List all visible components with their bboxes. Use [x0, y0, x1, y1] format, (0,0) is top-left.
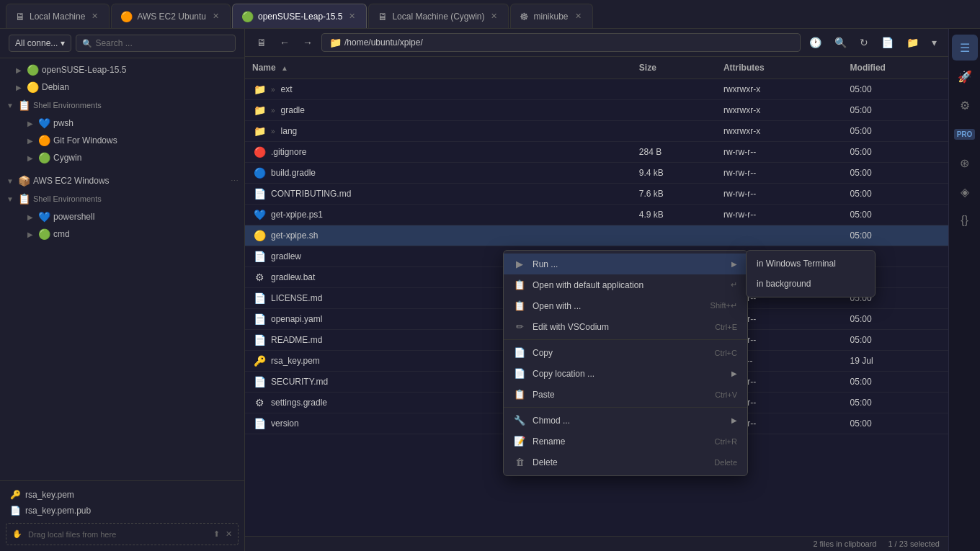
close-icon[interactable]: ✕	[226, 529, 232, 539]
ctx-edit-vscodium[interactable]: ✏ Edit with VSCodium Ctrl+E	[504, 316, 747, 337]
run-in-windows-terminal[interactable]: in Windows Terminal	[747, 254, 875, 274]
folder-icon: 📁	[329, 37, 342, 48]
ctx-delete[interactable]: 🗑 Delete Delete	[504, 452, 747, 472]
local-cygwin-icon: 🖥	[378, 11, 388, 22]
footer-file-rsa-pem[interactable]: 🔑 rsa_key.pem	[6, 487, 239, 503]
col-modified-label: Modified	[850, 63, 886, 73]
tab-aws-close[interactable]: ✕	[210, 11, 221, 22]
search-button[interactable]: 🔍	[830, 34, 851, 51]
ctx-copy-location-arrow: ▶	[731, 369, 737, 377]
tab-local-machine-close[interactable]: ✕	[89, 11, 100, 22]
pro-badge-btn[interactable]: PRO	[952, 121, 978, 147]
tab-opensuse-close[interactable]: ✕	[347, 11, 357, 22]
chevron-down-icon: ▼	[6, 177, 14, 185]
ctx-rename[interactable]: 📝 Rename Ctrl+R	[504, 431, 747, 452]
tab-opensuse[interactable]: 🟢 openSUSE-Leap-15.5 ✕	[232, 4, 367, 28]
sidebar-item-shell-envs-2[interactable]: ▼ 📋 Shell Environments	[0, 189, 244, 208]
ctx-run[interactable]: ▶ Run ... ▶	[504, 254, 747, 274]
file-type-icon: 🟡	[252, 230, 267, 241]
table-row[interactable]: 📁 » lang rwxrwxr-x 05:00	[245, 121, 948, 142]
ctx-chmod[interactable]: 🔧 Chmod ... ▶	[504, 410, 747, 431]
copy-location-icon: 📄	[514, 368, 525, 379]
sidebar-item-shell-envs-1[interactable]: ▼ 📋 Shell Environments	[0, 96, 244, 115]
key-icon-2: 📄	[10, 506, 21, 516]
search-box: 🔍	[76, 35, 236, 52]
tab-local-cygwin[interactable]: 🖥 Local Machine (Cygwin) ✕	[368, 4, 509, 28]
file-name-label: ext	[281, 84, 293, 94]
ctx-open-default[interactable]: 📋 Open with default application ↵	[504, 274, 747, 295]
run-in-background[interactable]: in background	[747, 274, 875, 294]
table-row[interactable]: 🔵 build.gradle 9.4 kB rw-rw-r-- 05:00	[245, 163, 948, 184]
settings-icon-btn[interactable]: ⚙	[952, 92, 978, 118]
opensuse-icon: 🟢	[241, 11, 254, 22]
ctx-copy[interactable]: 📄 Copy Ctrl+C	[504, 342, 747, 363]
github-icon: ⊛	[960, 156, 969, 170]
paste-icon: 📋	[514, 389, 525, 400]
new-folder-button[interactable]: 📁	[902, 34, 923, 51]
ctx-paste-label: Paste	[533, 390, 708, 400]
table-row[interactable]: 🔴 .gitignore 284 B rw-rw-r-- 05:00	[245, 142, 948, 163]
json-icon-btn[interactable]: {}	[952, 207, 978, 233]
col-attrs[interactable]: Attributes	[716, 57, 843, 79]
sidebar-item-debian[interactable]: ▶ 🟡 Debian	[0, 79, 244, 96]
selection-status: 1 / 23 selected	[888, 539, 940, 548]
sidebar-item-cygwin[interactable]: ▶ 🟢 Cygwin	[0, 149, 244, 166]
back-button[interactable]: ←	[275, 34, 294, 51]
file-name-label: .gitignore	[271, 147, 306, 157]
new-file-button[interactable]: 📄	[877, 34, 898, 51]
terminal-button[interactable]: 🖥	[252, 34, 271, 51]
tab-minikube-close[interactable]: ✕	[573, 11, 584, 22]
sidebar-item-git-for-windows[interactable]: ▶ 🟠 Git For Windows	[0, 132, 244, 149]
history-button[interactable]: 🕐	[805, 34, 826, 51]
github-icon-btn[interactable]: ⊛	[952, 150, 978, 176]
file-modified-cell: 05:00	[843, 100, 948, 121]
sidebar-item-opensuse[interactable]: ▶ 🟢 openSUSE-Leap-15.5	[0, 61, 244, 79]
tab-local-machine-label: Local Machine	[30, 12, 85, 22]
table-row[interactable]: 📁 » ext rwxrwxr-x 05:00	[245, 79, 948, 100]
upload-icon[interactable]: ⬆	[213, 529, 220, 539]
rocket-icon-btn[interactable]: 🚀	[952, 63, 978, 89]
chevron-right-icon: ▶	[14, 84, 23, 91]
tab-aws-label: AWS EC2 Ubuntu	[137, 12, 206, 22]
tab-local-cygwin-close[interactable]: ✕	[489, 11, 499, 22]
ctx-open-with-shortcut: Shift+↵	[710, 301, 737, 310]
sidebar-item-cmd[interactable]: ▶ 🟢 cmd	[0, 225, 244, 243]
tab-local-machine[interactable]: 🖥 Local Machine ✕	[6, 4, 110, 28]
ctx-open-with-label: Open with ...	[533, 301, 703, 311]
table-row[interactable]: 💙 get-xpipe.ps1 4.9 kB rw-rw-r-- 05:00	[245, 205, 948, 225]
file-manager-icon-btn[interactable]: ☰	[952, 35, 978, 61]
file-name-cell: 🟡 get-xpipe.sh	[245, 225, 632, 246]
connection-dropdown[interactable]: All conne... ▾	[9, 35, 71, 52]
sidebar-item-aws-ec2-windows[interactable]: ▼ 📦 AWS EC2 Windows ⋯	[0, 172, 244, 189]
sidebar-item-pwsh[interactable]: ▶ 💙 pwsh	[0, 115, 244, 132]
table-row[interactable]: 🟡 get-xpipe.sh 05:00	[245, 225, 948, 246]
file-size-cell	[632, 100, 716, 121]
col-size[interactable]: Size	[632, 57, 716, 79]
table-row[interactable]: 📁 » gradle rwxrwxr-x 05:00	[245, 100, 948, 121]
col-name[interactable]: Name ▲	[245, 57, 632, 79]
tab-minikube[interactable]: ☸ minikube ✕	[510, 4, 592, 28]
discord-icon-btn[interactable]: ◈	[952, 179, 978, 205]
search-icon: 🔍	[82, 39, 92, 48]
file-type-icon: 📁	[252, 104, 267, 116]
file-name-label: settings.gradle	[271, 398, 327, 408]
file-name-label: gradlew.bat	[271, 272, 315, 282]
ctx-open-with[interactable]: 📋 Open with ... Shift+↵	[504, 295, 747, 316]
col-modified[interactable]: Modified	[843, 57, 948, 79]
file-name-cell: 📁 » lang	[245, 121, 632, 142]
tab-aws-ec2[interactable]: 🟠 AWS EC2 Ubuntu ✕	[111, 4, 231, 28]
more-button[interactable]: ▾	[927, 34, 941, 51]
file-name-label: README.md	[271, 335, 322, 345]
footer-file-rsa-pub[interactable]: 📄 rsa_key.pem.pub	[6, 503, 239, 519]
forward-button[interactable]: →	[298, 34, 317, 51]
refresh-button[interactable]: ↻	[855, 34, 873, 51]
file-attrs-cell: rw-rw-r--	[716, 163, 843, 184]
table-row[interactable]: 📄 CONTRIBUTING.md 7.6 kB rw-rw-r-- 05:00	[245, 184, 948, 205]
sidebar-item-powershell[interactable]: ▶ 💙 powershell	[0, 208, 244, 225]
ctx-copy-location[interactable]: 📄 Copy location ... ▶	[504, 363, 747, 384]
path-bar: 📁 /home/ubuntu/xpipe/	[321, 33, 801, 52]
delete-icon: 🗑	[514, 457, 525, 467]
ctx-paste[interactable]: 📋 Paste Ctrl+V	[504, 384, 747, 405]
sidebar-item-cygwin-label: Cygwin	[53, 153, 81, 163]
search-input[interactable]	[95, 38, 229, 48]
